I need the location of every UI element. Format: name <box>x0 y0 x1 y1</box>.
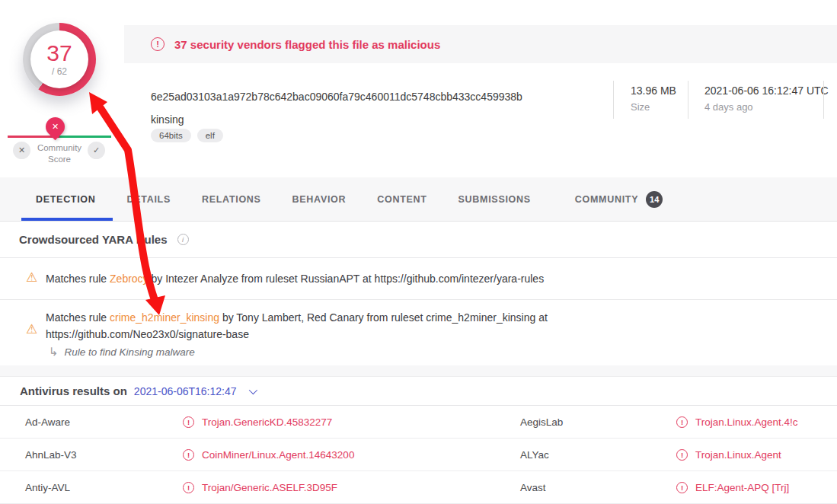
tab-submissions[interactable]: SUBMISSIONS <box>458 177 531 221</box>
engine-name: AhnLab-V3 <box>25 439 77 471</box>
alert-circle-icon: ! <box>183 482 194 493</box>
detection-result: !CoinMiner/Linux.Agent.14643200 <box>183 439 354 471</box>
warning-triangle-icon: ⚠ <box>26 271 37 284</box>
yara-note-text: Rule to find Kinsing malware <box>65 346 195 358</box>
community-score-pin-icon: ✕ <box>42 113 69 140</box>
vote-malicious-button[interactable]: ✕ <box>13 142 30 159</box>
file-size-label: Size <box>631 101 676 113</box>
yara-rule-prefix: Matches rule <box>46 311 110 324</box>
yara-rule-rest: by Intezer Analyze from ruleset RussianA… <box>149 273 545 285</box>
tab-label: RELATIONS <box>202 194 261 205</box>
info-glyph: i <box>182 235 184 244</box>
tab-label: CONTENT <box>377 194 426 205</box>
yara-rule-note: ↳Rule to find Kinsing malware <box>46 345 814 359</box>
analysis-date-value: 2021-06-06 16:12:47 UTC <box>704 85 829 97</box>
malicious-banner: ! 37 security vendors flagged this file … <box>124 25 837 63</box>
table-row: Ad-Aware!Trojan.GenericKD.45832277AegisL… <box>0 406 837 439</box>
vote-harmless-button[interactable]: ✓ <box>88 142 105 159</box>
file-tag-64bits[interactable]: 64bits <box>151 129 191 142</box>
tab-label: DETAILS <box>127 194 171 205</box>
yara-rule-link[interactable]: crime_h2miner_kinsing <box>110 311 219 324</box>
engine-name: Avast <box>520 471 546 504</box>
file-name: kinsing <box>151 113 184 126</box>
alert-circle-icon: ! <box>151 37 165 51</box>
detection-score-inner: 37 / 62 <box>30 30 88 88</box>
section-gap <box>0 365 837 377</box>
yara-section-header: Crowdsourced YARA Rules i <box>0 222 837 257</box>
detection-result: !Trojan/Generic.ASELF.3D95F <box>183 471 337 504</box>
warning-triangle-icon: ⚠ <box>26 323 37 336</box>
community-score-bar-positive <box>59 136 111 138</box>
engine-name: ALYac <box>520 439 549 471</box>
community-label-line1: Community <box>29 142 90 154</box>
yara-rule-text: Matches rule crime_h2miner_kinsing by To… <box>46 309 814 326</box>
alert-circle-icon: ! <box>676 416 688 428</box>
yara-rule-rest: https://github.com/Neo23x0/signature-bas… <box>46 328 249 340</box>
yara-rule-row: ⚠Matches rule crime_h2miner_kinsing by T… <box>0 299 837 368</box>
detection-result-text: ELF:Agent-APQ [Trj] <box>695 482 789 493</box>
meta-divider <box>688 81 688 119</box>
tab-community[interactable]: COMMUNITY14 <box>575 177 663 221</box>
detection-result: !Trojan.Linux.Agent.4!c <box>676 406 798 439</box>
tab-label: COMMUNITY <box>575 194 638 205</box>
detection-result-text: Trojan.GenericKD.45832277 <box>202 416 332 428</box>
alert-circle-icon: ! <box>676 482 688 493</box>
engine-name: AegisLab <box>520 406 563 439</box>
file-info-card: 6e25ad03103a1a972b78c642bac09060fa79c460… <box>124 63 837 177</box>
tab-behavior[interactable]: BEHAVIOR <box>292 177 347 221</box>
community-label-line2: Score <box>29 154 90 165</box>
file-hash[interactable]: 6e25ad03103a1a972b78c642bac09060fa79c460… <box>151 91 522 103</box>
yara-rules-card: ⚠Matches rule Zebrocy by Intezer Analyze… <box>0 257 837 368</box>
antivirus-results-table: Ad-Aware!Trojan.GenericKD.45832277AegisL… <box>0 406 837 504</box>
yara-rule-row: ⚠Matches rule Zebrocy by Intezer Analyze… <box>0 257 837 299</box>
alert-circle-icon: ! <box>676 449 688 461</box>
table-row: AhnLab-V3!CoinMiner/Linux.Agent.14643200… <box>0 439 837 471</box>
detection-result-text: Trojan.Linux.Agent.4!c <box>695 416 798 428</box>
detection-score-gauge: 37 / 62 <box>23 23 96 96</box>
yara-rule-text: Matches rule Zebrocy by Intezer Analyze … <box>46 270 814 287</box>
detection-result-text: Trojan.Linux.Agent <box>695 449 781 461</box>
yara-rule-link[interactable]: Zebrocy <box>110 273 149 285</box>
tab-detection[interactable]: DETECTION <box>36 177 96 221</box>
file-tag-elf[interactable]: elf <box>197 129 223 142</box>
detection-result: !ELF:Agent-APQ [Trj] <box>676 471 789 504</box>
tab-details[interactable]: DETAILS <box>127 177 171 221</box>
meta-divider <box>613 81 614 119</box>
yara-rule-prefix: Matches rule <box>46 273 110 285</box>
tab-label: SUBMISSIONS <box>458 194 531 205</box>
chevron-down-icon[interactable] <box>248 385 257 394</box>
exclamation-glyph: ! <box>156 40 159 49</box>
detection-result: !Trojan.GenericKD.45832277 <box>183 406 332 439</box>
check-icon: ✓ <box>93 145 100 155</box>
detection-result-text: CoinMiner/Linux.Agent.14643200 <box>202 449 354 461</box>
yara-rule-rest: by Tony Lambert, Red Canary from ruleset… <box>219 311 548 324</box>
x-icon: ✕ <box>18 145 25 155</box>
file-size-column: 13.96 MB Size <box>631 85 676 113</box>
annotation-arrowhead-top <box>89 92 107 114</box>
pin-x-glyph: ✕ <box>46 117 65 136</box>
table-row: Antiy-AVL!Trojan/Generic.ASELF.3D95FAvas… <box>0 471 837 504</box>
tab-relations[interactable]: RELATIONS <box>202 177 261 221</box>
detection-result: !Trojan.Linux.Agent <box>676 439 781 471</box>
virustotal-detection-page: 37 / 62 ✕ ✕ ✓ Community Score ! 37 secur… <box>0 0 837 504</box>
file-date-column: 2021-06-06 16:12:47 UTC 4 days ago <box>704 85 829 113</box>
analysis-date-relative: 4 days ago <box>704 101 829 113</box>
file-tags: 64bitself <box>151 129 223 142</box>
info-icon[interactable]: i <box>177 234 189 245</box>
tab-bar: DETECTIONDETAILSRELATIONSBEHAVIORCONTENT… <box>0 177 837 222</box>
community-count-badge: 14 <box>646 191 663 208</box>
detection-result-text: Trojan/Generic.ASELF.3D95F <box>202 482 337 493</box>
detection-score-value: 37 <box>46 42 72 65</box>
yara-rule-text: https://github.com/Neo23x0/signature-bas… <box>46 326 814 343</box>
engine-name: Antiy-AVL <box>25 471 70 504</box>
alert-circle-icon: ! <box>183 416 194 428</box>
yara-heading: Crowdsourced YARA Rules <box>19 233 168 246</box>
antivirus-date-link[interactable]: 2021-06-06T16:12:47 <box>134 385 237 397</box>
antivirus-section-header: Antivirus results on 2021-06-06T16:12:47 <box>0 377 837 406</box>
tab-label: DETECTION <box>36 194 96 205</box>
alert-circle-icon: ! <box>183 449 194 461</box>
tab-content[interactable]: CONTENT <box>377 177 426 221</box>
tab-label: BEHAVIOR <box>292 194 347 205</box>
antivirus-heading: Antivirus results on <box>20 384 127 397</box>
banner-text: 37 security vendors flagged this file as… <box>174 38 440 51</box>
